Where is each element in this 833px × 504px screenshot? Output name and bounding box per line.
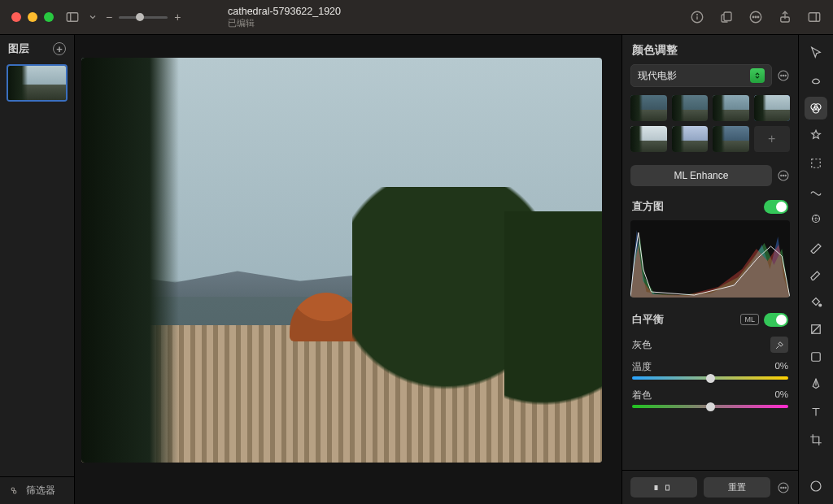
svg-point-21 <box>783 175 783 176</box>
svg-line-36 <box>812 325 821 334</box>
svg-rect-0 <box>67 13 78 22</box>
crop-tool-icon[interactable] <box>805 428 827 451</box>
zoom-slider[interactable] <box>119 16 168 19</box>
effects-tool-icon[interactable] <box>805 124 827 147</box>
fill-tool-icon[interactable] <box>805 290 827 313</box>
tint-label: 着色 <box>632 389 652 402</box>
compare-button[interactable] <box>630 477 697 497</box>
sidebar-toggle-icon[interactable] <box>65 10 80 24</box>
svg-point-14 <box>13 490 16 493</box>
inspector-title: 颜色调整 <box>622 35 798 64</box>
wb-label: 白平衡 <box>632 312 664 327</box>
preset-swatch[interactable] <box>713 95 749 121</box>
layers-header: 图层 <box>8 41 29 56</box>
info-icon[interactable] <box>690 10 704 24</box>
preset-swatches: + <box>622 95 798 162</box>
eyedropper-button[interactable] <box>770 337 788 353</box>
image-preview <box>81 58 602 463</box>
filter-icon[interactable] <box>8 485 20 497</box>
svg-point-18 <box>785 75 786 76</box>
window-controls <box>11 12 54 22</box>
ml-enhance-button[interactable]: ML Enhance <box>630 165 772 186</box>
svg-point-22 <box>785 175 786 176</box>
more-options-icon[interactable] <box>748 10 763 24</box>
close-window[interactable] <box>11 12 21 22</box>
document-name: cathedral-5793622_1920 <box>228 6 341 17</box>
inspector-panel: 颜色调整 现代电影 + ML Enhance 直方图 <box>621 35 799 504</box>
inspector-more-icon[interactable] <box>777 481 790 494</box>
svg-point-16 <box>781 75 782 76</box>
wb-ml-chip[interactable]: ML <box>740 314 759 325</box>
layers-panel: 图层 + 筛选器 <box>0 35 75 504</box>
svg-point-8 <box>755 16 757 18</box>
color-picker-icon[interactable] <box>805 475 827 497</box>
repair-tool-icon[interactable] <box>805 207 827 230</box>
warp-tool-icon[interactable] <box>805 180 827 202</box>
preset-swatch[interactable] <box>630 95 667 121</box>
svg-rect-5 <box>724 12 731 21</box>
fullscreen-window[interactable] <box>44 12 54 22</box>
svg-point-34 <box>819 304 822 306</box>
preset-swatch[interactable] <box>754 95 791 121</box>
paint-tool-icon[interactable] <box>805 235 827 258</box>
preset-sync-icon[interactable] <box>750 68 765 83</box>
layer-thumbnail[interactable] <box>7 64 68 102</box>
chevron-down-icon[interactable] <box>88 10 98 24</box>
svg-point-4 <box>697 15 698 15</box>
svg-point-26 <box>781 487 782 488</box>
temperature-value: 0% <box>774 361 788 373</box>
canvas-area[interactable] <box>75 35 621 504</box>
document-status: 已编辑 <box>228 18 341 28</box>
filter-label[interactable]: 筛选器 <box>26 484 55 497</box>
svg-rect-32 <box>812 159 821 168</box>
tool-strip <box>799 35 833 504</box>
histogram-display <box>630 220 790 298</box>
temperature-label: 温度 <box>632 361 652 373</box>
tint-value: 0% <box>774 389 788 402</box>
preset-swatch[interactable] <box>630 126 667 152</box>
add-preset-button[interactable]: + <box>754 126 791 152</box>
pen-tool-icon[interactable] <box>805 373 827 396</box>
title-bar: − + cathedral-5793622_1920 已编辑 <box>0 0 833 34</box>
preset-swatch[interactable] <box>672 126 709 152</box>
histogram-toggle[interactable] <box>764 200 788 214</box>
zoom-control[interactable]: − + <box>106 11 181 24</box>
svg-rect-24 <box>666 485 669 490</box>
svg-rect-23 <box>655 485 658 490</box>
zoom-out-icon[interactable]: − <box>106 11 112 24</box>
svg-point-9 <box>757 16 759 18</box>
gray-label: 灰色 <box>632 338 652 352</box>
style-tool-icon[interactable] <box>805 69 827 92</box>
preset-selector[interactable]: 现代电影 <box>630 64 772 87</box>
marquee-tool-icon[interactable] <box>805 152 827 175</box>
svg-rect-11 <box>809 13 820 22</box>
svg-point-20 <box>781 175 782 176</box>
svg-point-28 <box>785 487 786 488</box>
svg-point-7 <box>752 16 754 18</box>
wb-toggle[interactable] <box>764 313 788 327</box>
preset-more-icon[interactable] <box>777 69 790 82</box>
svg-point-39 <box>811 481 821 491</box>
erase-tool-icon[interactable] <box>805 263 827 285</box>
svg-point-13 <box>11 487 15 490</box>
share-icon[interactable] <box>778 10 792 24</box>
color-adjust-tool-icon[interactable] <box>805 97 827 119</box>
temperature-slider[interactable] <box>632 376 788 380</box>
svg-rect-37 <box>812 353 821 362</box>
duplicate-icon[interactable] <box>719 10 734 24</box>
ml-more-icon[interactable] <box>777 169 790 182</box>
inspector-toggle-icon[interactable] <box>807 10 822 24</box>
gradient-tool-icon[interactable] <box>805 318 827 341</box>
preset-swatch[interactable] <box>672 95 709 121</box>
minimize-window[interactable] <box>28 12 37 22</box>
svg-point-27 <box>783 487 783 488</box>
tint-slider[interactable] <box>632 405 788 408</box>
add-layer-button[interactable]: + <box>53 42 66 55</box>
arrow-tool-icon[interactable] <box>805 41 827 64</box>
shape-tool-icon[interactable] <box>805 345 827 368</box>
reset-button[interactable]: 重置 <box>704 477 770 497</box>
zoom-in-icon[interactable]: + <box>174 11 181 24</box>
preset-swatch[interactable] <box>713 126 749 152</box>
preset-label: 现代电影 <box>638 69 677 83</box>
type-tool-icon[interactable] <box>805 401 827 424</box>
